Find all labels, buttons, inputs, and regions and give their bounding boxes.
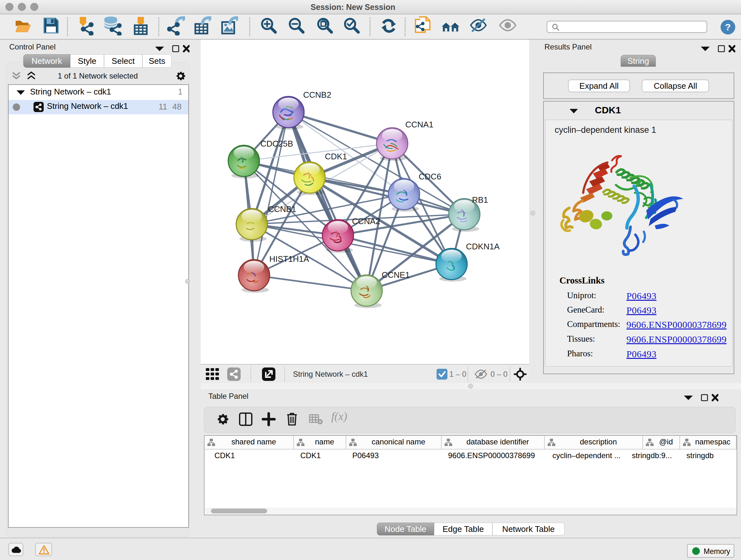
svg-text:RB1: RB1 [472,195,488,205]
svg-text:CCNE1: CCNE1 [382,270,410,280]
svg-text:?: ? [725,22,731,32]
svg-text:CCNA1: CCNA1 [405,120,433,129]
svg-text:CDK1: CDK1 [325,152,347,161]
svg-text:CCNA2: CCNA2 [352,216,380,226]
svg-text:CCNB2: CCNB2 [303,90,331,100]
svg-text:CDKN1A: CDKN1A [466,242,500,251]
svg-text:HIST1H1A: HIST1H1A [269,254,309,264]
svg-text:CDC6: CDC6 [419,172,441,181]
svg-text:CCNB1: CCNB1 [268,204,296,214]
svg-text:CDC25B: CDC25B [260,139,293,148]
